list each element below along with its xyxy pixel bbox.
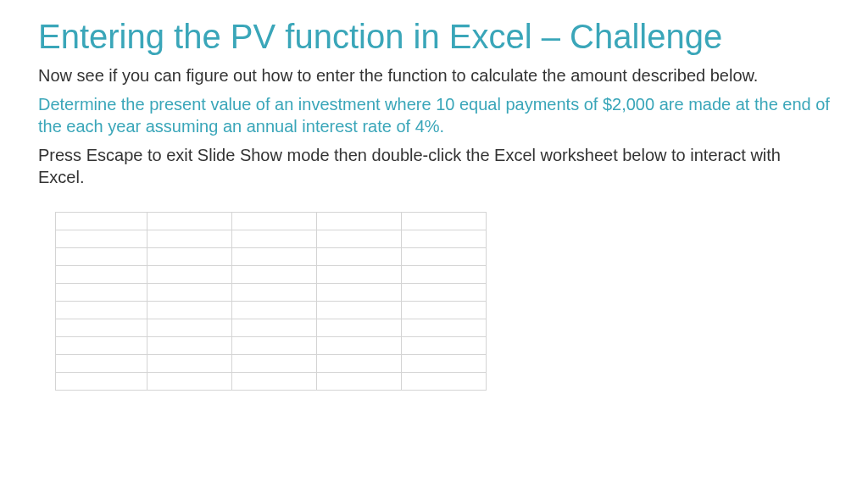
worksheet-cell[interactable]: [402, 213, 487, 230]
worksheet-cell[interactable]: [56, 355, 147, 373]
worksheet-cell[interactable]: [147, 266, 232, 284]
worksheet-cell[interactable]: [317, 284, 402, 302]
worksheet-cell[interactable]: [232, 302, 317, 319]
worksheet-cell[interactable]: [232, 355, 317, 373]
worksheet-cell[interactable]: [147, 355, 232, 373]
worksheet-row: [56, 213, 487, 230]
worksheet-cell[interactable]: [317, 337, 402, 355]
worksheet-cell[interactable]: [317, 248, 402, 266]
worksheet-cell[interactable]: [147, 373, 232, 391]
worksheet-cell[interactable]: [232, 373, 317, 391]
worksheet-row: [56, 302, 487, 319]
worksheet-cell[interactable]: [232, 213, 317, 230]
worksheet-row: [56, 355, 487, 373]
worksheet-cell[interactable]: [317, 302, 402, 319]
worksheet-cell[interactable]: [56, 373, 147, 391]
worksheet-cell[interactable]: [317, 266, 402, 284]
worksheet-cell[interactable]: [402, 302, 487, 319]
worksheet-cell[interactable]: [402, 266, 487, 284]
worksheet-cell[interactable]: [232, 319, 317, 337]
worksheet-cell[interactable]: [402, 248, 487, 266]
worksheet-cell[interactable]: [147, 337, 232, 355]
worksheet-cell[interactable]: [402, 373, 487, 391]
slide-title: Entering the PV function in Excel – Chal…: [38, 17, 830, 56]
worksheet-cell[interactable]: [317, 213, 402, 230]
worksheet-cell[interactable]: [147, 248, 232, 266]
worksheet-cell[interactable]: [232, 266, 317, 284]
worksheet-row: [56, 373, 487, 391]
worksheet-cell[interactable]: [147, 284, 232, 302]
worksheet-cell[interactable]: [56, 337, 147, 355]
worksheet-cell[interactable]: [232, 248, 317, 266]
worksheet-row: [56, 284, 487, 302]
worksheet-cell[interactable]: [56, 213, 147, 230]
worksheet-row: [56, 248, 487, 266]
worksheet-cell[interactable]: [232, 230, 317, 248]
worksheet-row: [56, 319, 487, 337]
worksheet-row: [56, 230, 487, 248]
worksheet-cell[interactable]: [232, 337, 317, 355]
worksheet-cell[interactable]: [56, 284, 147, 302]
worksheet-cell[interactable]: [317, 373, 402, 391]
worksheet-cell[interactable]: [402, 319, 487, 337]
worksheet-cell[interactable]: [402, 337, 487, 355]
worksheet-cell[interactable]: [147, 319, 232, 337]
problem-statement: Determine the present value of an invest…: [38, 93, 830, 137]
worksheet-cell[interactable]: [147, 230, 232, 248]
embedded-worksheet[interactable]: [55, 212, 830, 391]
worksheet-cell[interactable]: [56, 266, 147, 284]
worksheet-row: [56, 337, 487, 355]
worksheet-grid[interactable]: [55, 212, 487, 391]
worksheet-cell[interactable]: [147, 302, 232, 319]
worksheet-cell[interactable]: [147, 213, 232, 230]
worksheet-cell[interactable]: [56, 230, 147, 248]
instruction-paragraph: Press Escape to exit Slide Show mode the…: [38, 144, 830, 188]
worksheet-cell[interactable]: [317, 355, 402, 373]
worksheet-cell[interactable]: [56, 302, 147, 319]
worksheet-cell[interactable]: [402, 230, 487, 248]
worksheet-cell[interactable]: [56, 248, 147, 266]
worksheet-cell[interactable]: [402, 284, 487, 302]
worksheet-cell[interactable]: [232, 284, 317, 302]
worksheet-row: [56, 266, 487, 284]
worksheet-cell[interactable]: [402, 355, 487, 373]
worksheet-cell[interactable]: [56, 319, 147, 337]
worksheet-cell[interactable]: [317, 319, 402, 337]
intro-paragraph: Now see if you can figure out how to ent…: [38, 64, 830, 86]
worksheet-cell[interactable]: [317, 230, 402, 248]
